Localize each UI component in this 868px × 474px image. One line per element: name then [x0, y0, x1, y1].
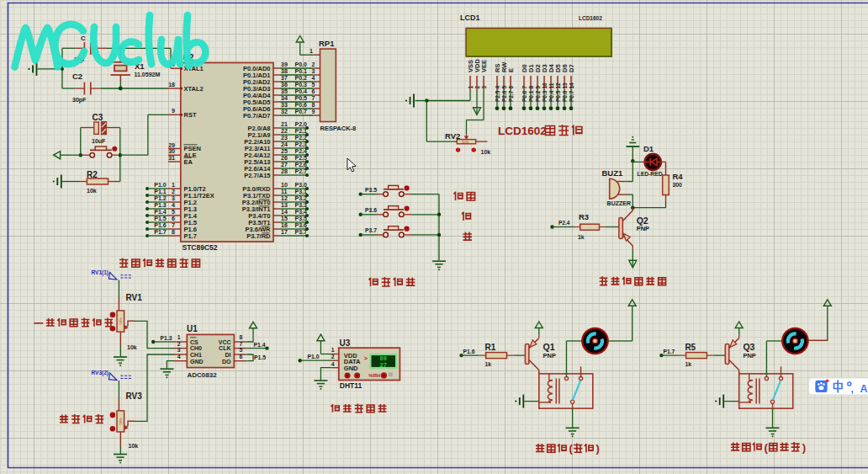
svg-text:10k: 10k	[127, 344, 137, 350]
svg-text:): )	[802, 441, 806, 454]
svg-text:12: 12	[555, 83, 561, 89]
svg-text:5: 5	[312, 82, 315, 88]
svg-text:P2.6: P2.6	[501, 90, 507, 102]
svg-text:P0.4: P0.4	[548, 90, 554, 102]
svg-text:P1.2: P1.2	[154, 195, 167, 201]
svg-text:C3: C3	[93, 113, 103, 122]
svg-text:P1.0: P1.0	[308, 354, 320, 359]
svg-text:,: ,	[851, 383, 854, 395]
svg-text:PNP: PNP	[543, 352, 556, 359]
svg-text:10: 10	[281, 182, 288, 188]
svg-text:P2.3: P2.3	[295, 141, 308, 147]
svg-text:8: 8	[312, 102, 315, 108]
svg-text:P2.7: P2.7	[295, 168, 308, 174]
svg-text:P1.0: P1.0	[154, 182, 167, 188]
svg-text:C: C	[81, 35, 86, 42]
svg-text:P1.4: P1.4	[254, 342, 266, 348]
svg-text:6: 6	[172, 216, 175, 221]
svg-text:P0.4: P0.4	[295, 88, 308, 94]
svg-text:1: 1	[310, 48, 313, 54]
svg-text:P0.3: P0.3	[542, 90, 548, 102]
svg-text:3: 3	[312, 68, 315, 74]
svg-text:RV3: RV3	[126, 391, 143, 401]
svg-text:CLK: CLK	[219, 345, 230, 351]
svg-text:U1: U1	[187, 324, 198, 333]
svg-text:LED-RED: LED-RED	[638, 171, 663, 177]
svg-text:P3.6: P3.6	[295, 222, 308, 228]
svg-text:R2: R2	[87, 170, 98, 179]
svg-text:5: 5	[240, 347, 243, 353]
svg-text:4: 4	[172, 202, 175, 208]
svg-text:P2.7/A15: P2.7/A15	[244, 172, 270, 179]
svg-text:P0.6: P0.6	[295, 102, 308, 108]
svg-text:1: 1	[331, 347, 335, 353]
svg-text:5: 5	[501, 86, 507, 89]
svg-text:80: 80	[380, 355, 387, 362]
svg-text:13: 13	[562, 83, 568, 89]
svg-text:RV1(1): RV1(1)	[92, 269, 108, 276]
svg-text:9: 9	[172, 108, 175, 114]
svg-text:Q1: Q1	[543, 342, 555, 352]
svg-text:P2.1: P2.1	[295, 128, 308, 134]
svg-text:4: 4	[312, 75, 315, 81]
svg-text:(: (	[765, 441, 769, 454]
svg-text:P1.7: P1.7	[154, 229, 167, 235]
svg-text:%RH: %RH	[368, 373, 380, 378]
svg-text:PNP: PNP	[637, 225, 649, 232]
svg-text:17: 17	[281, 229, 288, 235]
svg-text:P0.1: P0.1	[295, 68, 308, 74]
svg-text:18: 18	[168, 82, 175, 88]
svg-text:2: 2	[177, 341, 181, 347]
svg-text:27: 27	[281, 162, 288, 168]
svg-text:DI: DI	[225, 352, 231, 358]
svg-text:A: A	[860, 383, 868, 395]
svg-text:R1: R1	[485, 343, 496, 352]
svg-text:39: 39	[281, 61, 288, 67]
svg-text:8: 8	[528, 86, 534, 89]
svg-text:CS: CS	[190, 339, 198, 345]
svg-text:P2.5: P2.5	[495, 90, 500, 102]
svg-text:8: 8	[172, 229, 175, 235]
svg-text:P1.6: P1.6	[463, 349, 475, 354]
svg-text:33: 33	[281, 102, 288, 108]
svg-text:D1: D1	[643, 144, 654, 153]
svg-text:2: 2	[331, 354, 335, 359]
svg-text:2: 2	[172, 189, 175, 194]
svg-text:PNP: PNP	[743, 352, 755, 359]
svg-text:11.0592M: 11.0592M	[135, 72, 161, 77]
svg-text:P1.7: P1.7	[663, 349, 675, 354]
svg-text:P0.2: P0.2	[295, 75, 308, 81]
svg-text:1: 1	[172, 182, 175, 188]
svg-text:P1.7: P1.7	[184, 232, 197, 240]
svg-text:P0.6: P0.6	[562, 90, 568, 102]
svg-text:C2: C2	[72, 72, 82, 81]
svg-text:29: 29	[168, 142, 175, 148]
svg-text:6: 6	[508, 86, 514, 89]
svg-text:P2.4: P2.4	[295, 148, 308, 154]
svg-text:28: 28	[281, 168, 288, 174]
svg-text:P2.0: P2.0	[295, 121, 308, 127]
svg-text:D7: D7	[568, 64, 575, 72]
svg-text:37: 37	[281, 75, 288, 81]
svg-text:3: 3	[177, 347, 181, 353]
svg-text:DHT11: DHT11	[340, 381, 363, 390]
svg-text:50%: 50%	[119, 418, 123, 424]
svg-text:P0.2: P0.2	[535, 90, 541, 102]
svg-text:7: 7	[312, 95, 315, 101]
svg-text:LCD1602: LCD1602	[498, 125, 547, 137]
svg-text:P1.3: P1.3	[161, 335, 172, 341]
svg-text:10uF: 10uF	[92, 138, 106, 144]
svg-text:50%: 50%	[119, 317, 123, 324]
svg-text:15: 15	[281, 216, 288, 221]
svg-text:31: 31	[168, 155, 175, 161]
svg-text:4: 4	[495, 86, 500, 89]
svg-text:23: 23	[281, 135, 288, 141]
svg-text:26: 26	[281, 155, 288, 161]
svg-text:P2.4: P2.4	[558, 220, 570, 226]
svg-text:6: 6	[312, 88, 315, 94]
svg-text:1: 1	[177, 334, 181, 340]
svg-text:(: (	[569, 442, 574, 455]
svg-text:10k: 10k	[87, 188, 97, 194]
svg-text:2: 2	[312, 61, 315, 67]
svg-text:P3.5: P3.5	[295, 216, 308, 221]
